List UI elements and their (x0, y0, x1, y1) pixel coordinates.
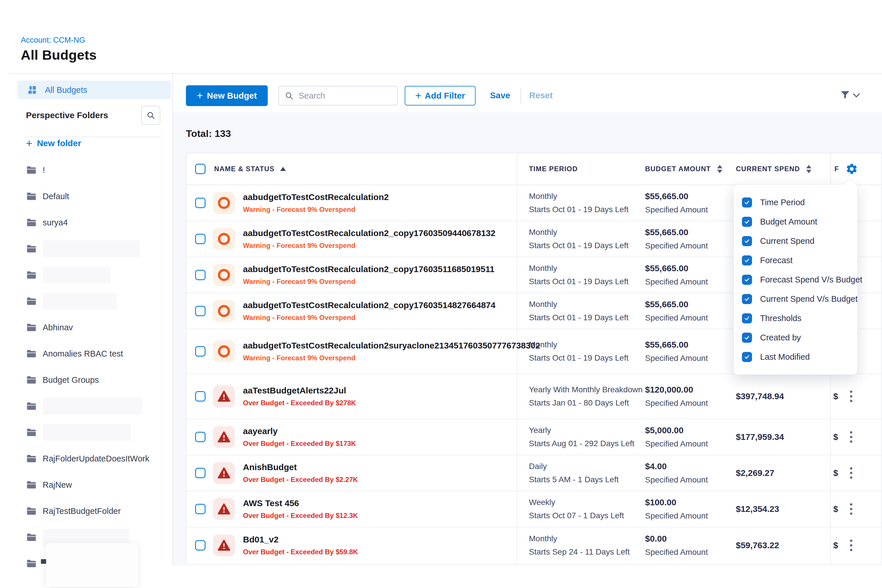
table-row[interactable]: AnishBudget Over Budget - Exceeded By $2… (186, 455, 881, 491)
check-icon (744, 315, 750, 321)
row-checkbox[interactable] (195, 270, 206, 280)
select-all-checkbox[interactable] (195, 164, 206, 174)
account-breadcrumb[interactable]: Account: CCM-NG (21, 36, 86, 45)
budget-amount-value: $0.00 (645, 534, 736, 544)
new-folder-button[interactable]: + New folder (26, 135, 81, 151)
checked-checkbox[interactable] (742, 352, 752, 362)
column-toggle-item[interactable]: Forecast Spend V/s Budget (734, 270, 857, 290)
sidebar-folder-item[interactable] (10, 291, 172, 312)
row-menu-button[interactable] (850, 430, 852, 444)
checked-checkbox[interactable] (742, 313, 752, 323)
checked-checkbox[interactable] (742, 236, 752, 246)
new-budget-button[interactable]: + New Budget (186, 86, 268, 106)
checked-checkbox[interactable] (742, 333, 752, 343)
row-checkbox[interactable] (195, 234, 206, 244)
time-period-detail: Starts 5 AM - 1 Days Left (529, 475, 645, 484)
budget-amount-value: $55,665.00 (645, 264, 736, 273)
sidebar-folder-item[interactable] (10, 422, 172, 443)
folder-icon (26, 192, 37, 201)
row-checkbox[interactable] (195, 432, 206, 442)
checked-checkbox[interactable] (742, 275, 752, 285)
sidebar-folder-item[interactable]: RajNew (10, 474, 172, 495)
time-period-type: Monthly (529, 340, 645, 350)
sort-icon[interactable] (717, 165, 722, 173)
column-settings-button[interactable] (845, 163, 858, 175)
row-checkbox[interactable] (195, 306, 206, 316)
folder-search-button[interactable] (141, 106, 160, 125)
alert-triangle-icon (218, 467, 230, 479)
budget-amount-value: $5,000.00 (645, 425, 736, 435)
forecast-value-clipped: $ (833, 468, 846, 478)
warning-ring-icon (218, 233, 230, 245)
sidebar-folder-item[interactable]: RajFolderUpdateDoesItWork (10, 448, 172, 469)
table-row[interactable]: Bd01_v2 Over Budget - Exceeded By $59.8K… (186, 528, 881, 563)
row-checkbox[interactable] (195, 198, 206, 208)
search-input[interactable] (298, 91, 392, 101)
column-toggle-item[interactable]: Created by (734, 328, 857, 347)
checked-checkbox[interactable] (742, 255, 752, 266)
sidebar-folder-item[interactable]: surya4 (10, 212, 172, 233)
forecast-value-clipped: $ (833, 504, 846, 514)
checked-checkbox[interactable] (742, 198, 752, 207)
column-header-name-status[interactable]: NAME & STATUS (214, 165, 274, 173)
table-row[interactable]: aayearly Over Budget - Exceeded By $173K… (186, 419, 881, 455)
budget-amount-value: $55,665.00 (645, 191, 736, 201)
sidebar-folder-item[interactable]: RajTestBudgetFolder (10, 501, 172, 521)
sidebar-folder-item[interactable] (10, 265, 172, 285)
checked-checkbox[interactable] (742, 217, 752, 227)
sidebar-folder-item[interactable]: Abhinav (10, 317, 172, 338)
filter-panel-button[interactable] (839, 89, 859, 100)
row-checkbox[interactable] (195, 504, 206, 514)
sidebar-all-budgets-label: All Budgets (45, 86, 87, 95)
sidebar-folder-label: surya4 (43, 218, 68, 227)
row-menu-button[interactable] (850, 538, 852, 552)
sort-icon[interactable] (806, 165, 812, 173)
column-toggle-item[interactable]: Current Spend (734, 231, 857, 251)
budget-name: AnishBudget (243, 462, 358, 472)
row-checkbox[interactable] (195, 391, 206, 402)
sidebar-folder-item[interactable] (10, 396, 172, 417)
sidebar-folder-item[interactable]: Default (10, 186, 172, 207)
reset-button[interactable]: Reset (529, 90, 553, 100)
sidebar-folder-item[interactable]: Anomalies RBAC test (10, 343, 172, 364)
row-menu-button[interactable] (850, 466, 852, 480)
folder-icon (26, 402, 37, 411)
budget-amount-type: Specified Amount (645, 439, 736, 448)
toolbar-divider (520, 88, 521, 103)
table-row[interactable]: aaTestBudgetAlerts22Jul Over Budget - Ex… (186, 374, 881, 419)
column-toggle-item[interactable]: Current Spend V/s Budget (734, 290, 857, 309)
sidebar-folder-item[interactable] (10, 238, 172, 259)
warning-ring-icon (218, 269, 230, 281)
check-icon (744, 334, 750, 341)
add-filter-button[interactable]: + Add Filter (405, 86, 476, 105)
checked-checkbox[interactable] (742, 294, 752, 304)
column-header-budget-amount[interactable]: BUDGET AMOUNT (645, 165, 711, 173)
column-toggle-item[interactable]: Forecast (734, 251, 857, 270)
budget-amount-value: $55,665.00 (645, 300, 736, 309)
budget-amount-type: Specified Amount (645, 277, 736, 286)
column-toggle-item[interactable]: Time Period (734, 193, 857, 212)
budget-name: aabudgetToTestCostRecalculation2 (243, 192, 389, 202)
sidebar-item-all-budgets[interactable]: All Budgets (17, 81, 171, 99)
folder-icon (26, 480, 37, 489)
row-checkbox[interactable] (195, 540, 206, 550)
column-header-current-spend[interactable]: CURRENT SPEND (736, 165, 800, 173)
row-checkbox[interactable] (195, 346, 206, 357)
row-menu-button[interactable] (850, 389, 852, 403)
table-row[interactable]: AWS Test 456 Over Budget - Exceeded By $… (186, 491, 881, 528)
sidebar-folder-item[interactable]: Budget Groups (10, 369, 172, 390)
column-toggle-item[interactable]: Last Modified (734, 347, 857, 367)
column-settings-menu: Time Period Budget Amount Current Spend … (734, 184, 858, 375)
sort-ascending-icon[interactable] (280, 167, 286, 171)
column-toggle-item[interactable]: Thresholds (734, 309, 857, 328)
search-box (278, 86, 398, 105)
check-icon (744, 257, 750, 264)
save-button[interactable]: Save (490, 90, 510, 100)
sidebar-folder-label: Anomalies RBAC test (43, 349, 123, 358)
sidebar-folder-item[interactable]: ! (10, 160, 172, 180)
row-checkbox[interactable] (195, 468, 206, 478)
check-icon (744, 354, 750, 360)
row-menu-button[interactable] (850, 502, 852, 516)
column-toggle-item[interactable]: Budget Amount (734, 212, 857, 231)
redaction-overlay (46, 543, 138, 587)
